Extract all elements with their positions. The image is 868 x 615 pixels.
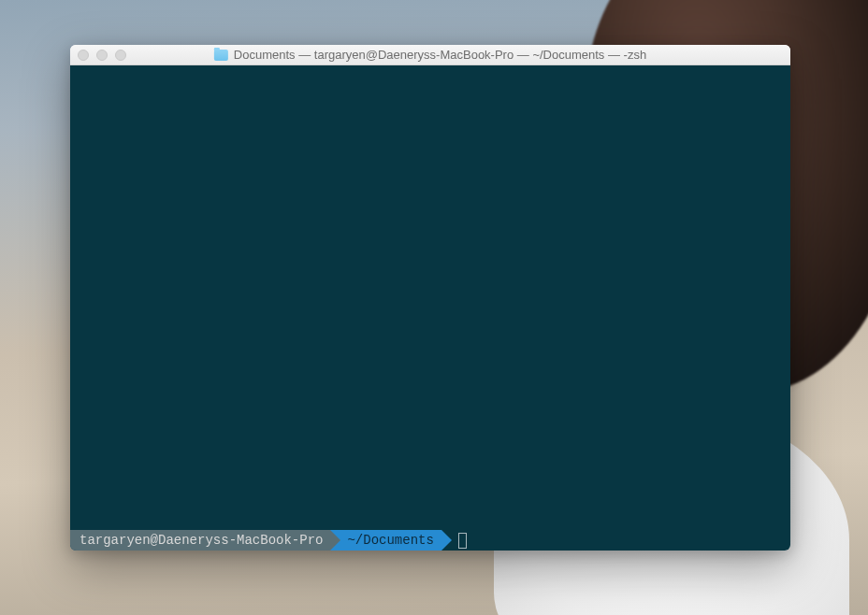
minimize-button[interactable]	[96, 50, 108, 61]
zoom-button[interactable]	[115, 50, 126, 61]
prompt-path-segment: ~/Documents	[330, 530, 441, 551]
window-title-text: Documents — targaryen@Daeneryss-MacBook-…	[234, 48, 646, 62]
prompt-user-host: targaryen@Daeneryss-MacBook-Pro	[80, 533, 323, 548]
prompt-user-host-segment: targaryen@Daeneryss-MacBook-Pro	[70, 530, 330, 551]
prompt-line: targaryen@Daeneryss-MacBook-Pro ~/Docume…	[70, 530, 790, 551]
window-title: Documents — targaryen@Daeneryss-MacBook-…	[214, 48, 646, 62]
terminal-window[interactable]: Documents — targaryen@Daeneryss-MacBook-…	[70, 45, 790, 551]
traffic-lights	[78, 50, 126, 61]
prompt-path: ~/Documents	[347, 533, 433, 548]
folder-icon	[214, 50, 228, 61]
close-button[interactable]	[78, 50, 89, 61]
cursor-icon	[458, 533, 467, 549]
terminal-body[interactable]: targaryen@Daeneryss-MacBook-Pro ~/Docume…	[70, 65, 790, 551]
window-titlebar[interactable]: Documents — targaryen@Daeneryss-MacBook-…	[70, 45, 790, 65]
